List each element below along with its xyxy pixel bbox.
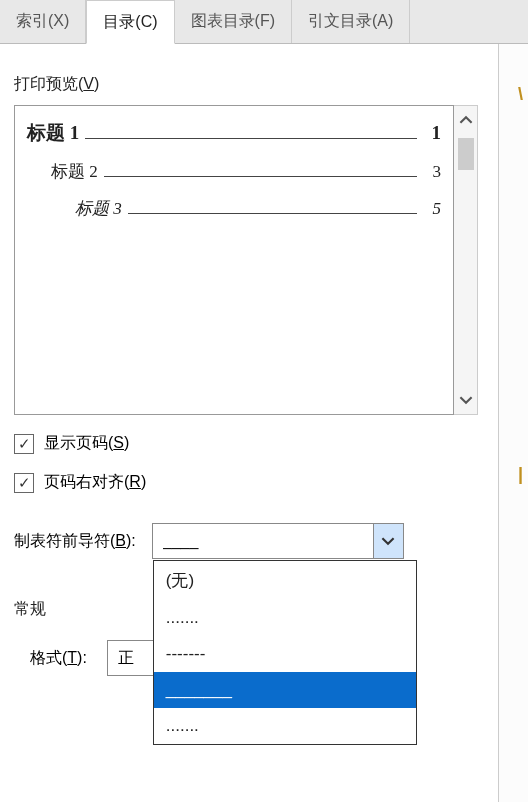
dropdown-option-underscore[interactable]: _______ <box>154 672 416 708</box>
tab-figures[interactable]: 图表目录(F) <box>175 0 292 43</box>
tab-bar: 索引(X) 目录(C) 图表目录(F) 引文目录(A) <box>0 0 528 44</box>
toc-page: 1 <box>423 122 441 144</box>
right-align-page-numbers-label: 页码右对齐(R) <box>44 472 146 493</box>
tab-toc[interactable]: 目录(C) <box>86 0 174 44</box>
dropdown-option-none[interactable]: (无) <box>154 561 416 600</box>
toc-entry: 标题 1 1 <box>27 120 441 146</box>
toc-leader <box>85 138 417 139</box>
show-page-numbers-label: 显示页码(S) <box>44 433 129 454</box>
marker-icon: | <box>518 464 523 485</box>
toc-entry: 标题 2 3 <box>51 160 441 183</box>
toc-page: 5 <box>423 199 441 219</box>
tab-citations[interactable]: 引文目录(A) <box>292 0 410 43</box>
chevron-down-icon <box>381 534 395 548</box>
tab-leader-dropdown-list: (无) ....... ------- _______ ....... <box>153 560 417 745</box>
print-preview-label: 打印预览(V) <box>14 74 514 95</box>
show-page-numbers-checkbox[interactable]: ✓ <box>14 434 34 454</box>
toc-title: 标题 3 <box>75 197 122 220</box>
tab-leader-input[interactable] <box>153 526 373 556</box>
scroll-thumb[interactable] <box>458 138 474 170</box>
toc-title: 标题 2 <box>51 160 98 183</box>
marker-icon: \ <box>518 84 523 105</box>
toc-title: 标题 1 <box>27 120 79 146</box>
scroll-down-icon[interactable] <box>454 386 477 414</box>
right-panel-edge: \ | <box>498 44 528 802</box>
toc-leader <box>128 213 417 214</box>
tab-leader-label: 制表符前导符(B): <box>14 531 136 552</box>
scroll-up-icon[interactable] <box>454 106 477 134</box>
tab-leader-dropdown-button[interactable] <box>373 524 403 558</box>
dialog-content: 打印预览(V) 标题 1 1 标题 2 3 标题 3 5 <box>0 44 528 676</box>
tab-index[interactable]: 索引(X) <box>0 0 86 43</box>
tab-leader-combo[interactable]: (无) ....... ------- _______ ....... <box>152 523 404 559</box>
dropdown-option-dots[interactable]: ....... <box>154 600 416 636</box>
format-label: 格式(T): <box>30 648 87 669</box>
dropdown-option-dots2[interactable]: ....... <box>154 708 416 744</box>
dropdown-option-dashes[interactable]: ------- <box>154 636 416 672</box>
print-preview-box: 标题 1 1 标题 2 3 标题 3 5 <box>14 105 454 415</box>
preview-scrollbar[interactable] <box>454 105 478 415</box>
toc-leader <box>104 176 417 177</box>
toc-entry: 标题 3 5 <box>75 197 441 220</box>
right-align-page-numbers-checkbox[interactable]: ✓ <box>14 473 34 493</box>
scroll-track[interactable] <box>454 134 477 386</box>
toc-page: 3 <box>423 162 441 182</box>
